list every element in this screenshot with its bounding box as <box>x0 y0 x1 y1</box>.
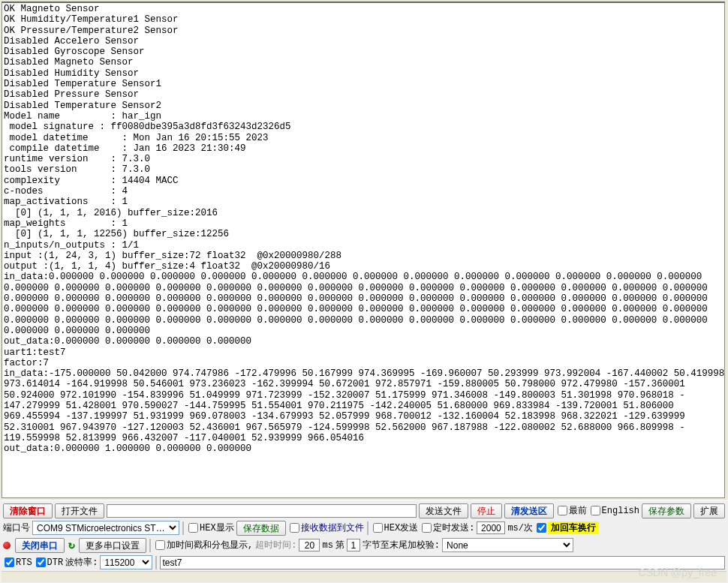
nth-input[interactable] <box>347 539 360 551</box>
timeout-label: 超时时间: <box>255 539 296 551</box>
baud-combo[interactable]: 115200 <box>100 555 152 569</box>
send-file-button[interactable]: 发送文件 <box>419 503 468 518</box>
port-label: 端口号 <box>3 521 30 534</box>
timed-send-checkbox[interactable]: 定时发送: <box>420 521 474 534</box>
close-port-button[interactable]: 关闭串口 <box>15 538 65 553</box>
toolbar-row-3: 关闭串口 ↻ 更多串口设置 加时间戳和分包显示, 超时时间: ms 第 字节至末… <box>2 536 726 554</box>
expand-button[interactable]: 扩展 <box>693 503 725 518</box>
timestamp-checkbox[interactable]: 加时间戳和分包显示, <box>154 539 253 551</box>
front-checkbox[interactable]: 最前 <box>556 504 587 517</box>
add-crlf-checkbox[interactable]: 加回车换行 <box>535 521 599 534</box>
control-panel: 清除窗口 打开文件 发送文件 停止 清发送区 最前 English 保存参数 扩… <box>0 500 728 583</box>
status-strip <box>2 571 726 582</box>
toolbar-row-1: 清除窗口 打开文件 发送文件 停止 清发送区 最前 English 保存参数 扩… <box>2 502 726 519</box>
save-params-button[interactable]: 保存参数 <box>642 503 691 518</box>
ms-label: ms <box>322 540 332 551</box>
checksum-combo[interactable]: None <box>442 538 573 552</box>
send-text-input[interactable] <box>160 556 725 569</box>
open-file-button[interactable]: 打开文件 <box>55 503 104 518</box>
dtr-checkbox[interactable]: DTR <box>35 557 64 568</box>
toolbar-row-2: 端口号 COM9 STMicroelectronics ST… HEX显示 保存… <box>2 519 726 536</box>
rts-checkbox[interactable]: RTS <box>3 557 32 568</box>
recv-to-file-checkbox[interactable]: 接收数据到文件 <box>288 521 364 534</box>
ms-per-label: ms/次 <box>507 521 533 534</box>
stop-button[interactable]: 停止 <box>471 503 502 518</box>
more-settings-button[interactable]: 更多串口设置 <box>79 538 146 553</box>
english-checkbox[interactable]: English <box>589 506 639 516</box>
save-data-button[interactable]: 保存数据 <box>236 521 286 536</box>
record-icon <box>3 542 11 549</box>
port-combo[interactable]: COM9 STMicroelectronics ST… <box>32 521 179 535</box>
reload-icon[interactable]: ↻ <box>67 538 77 552</box>
hex-send-checkbox[interactable]: HEX发送 <box>372 521 419 534</box>
clear-send-button[interactable]: 清发送区 <box>504 503 554 518</box>
file-path-input[interactable] <box>107 504 417 518</box>
hex-display-checkbox[interactable]: HEX显示 <box>187 521 234 534</box>
toolbar-row-4: RTS DTR 波特率: 115200 <box>2 554 726 571</box>
checksum-label: 字节至末尾加校验: <box>362 539 440 551</box>
output-text: OK Magneto Sensor OK Humidity/Temperatur… <box>4 4 724 454</box>
nth-label: 第 <box>335 539 344 551</box>
timeout-input[interactable] <box>299 539 320 551</box>
clear-window-button[interactable]: 清除窗口 <box>3 503 53 518</box>
baud-label: 波特率: <box>65 556 98 569</box>
serial-output[interactable]: OK Magneto Sensor OK Humidity/Temperatur… <box>2 2 725 498</box>
timed-interval-input[interactable] <box>477 521 505 534</box>
